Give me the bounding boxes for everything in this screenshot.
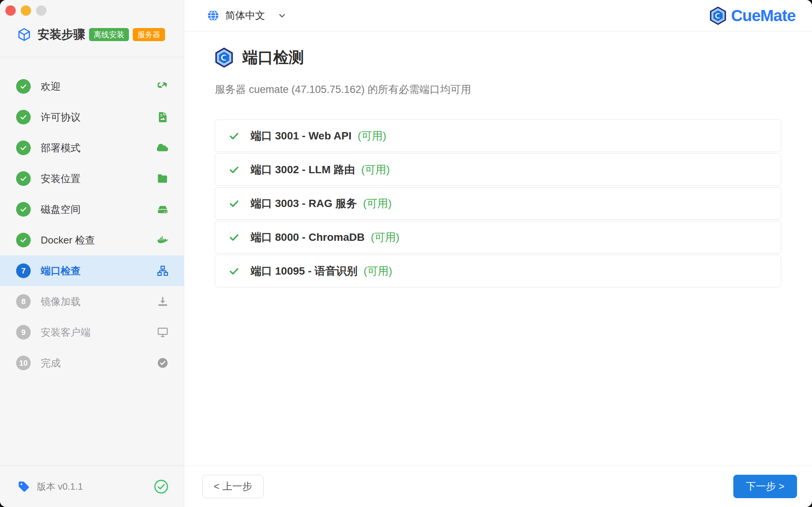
- port-row-3002: 端口 3002 - LLM 路由 (可用): [215, 153, 781, 186]
- cloud-icon: [157, 142, 168, 154]
- sidebar-step-license: 许可协议: [0, 102, 184, 133]
- check-icon: [228, 164, 240, 176]
- cuemate-logo-icon: [710, 6, 726, 25]
- step-number-badge: 10: [16, 356, 31, 370]
- main-footer: < 上一步 下一步 >: [184, 466, 812, 507]
- step-label: 欢迎: [41, 80, 61, 93]
- globe-icon: [207, 10, 219, 22]
- port-status: (可用): [364, 264, 393, 278]
- check-circle-icon: [157, 357, 168, 369]
- sidebar-step-welcome: 欢迎: [0, 71, 184, 102]
- port-row-3001: 端口 3001 - Web API (可用): [215, 119, 781, 152]
- check-icon: [228, 265, 240, 277]
- step-done-check-icon: [16, 233, 31, 247]
- port-status: (可用): [363, 196, 392, 211]
- sidebar-step-docker-check: Docker 检查: [0, 225, 184, 255]
- next-step-button[interactable]: 下一步 >: [733, 475, 797, 498]
- brand-logo: CueMate: [710, 6, 795, 25]
- zoom-button-disabled: [36, 5, 46, 16]
- installer-window: 安装步骤 离线安装 服务器 欢迎 许可协议 部署模式: [0, 0, 812, 507]
- check-icon: [228, 198, 240, 209]
- traffic-lights: [5, 5, 184, 16]
- heading-row: 端口检测: [215, 47, 781, 68]
- main-panel: 简体中文 CueMate 端口检测 服务器 cuemate (47.105.75…: [184, 0, 812, 507]
- port-status: (可用): [361, 162, 390, 177]
- step-label: 部署模式: [41, 141, 81, 155]
- network-icon: [157, 265, 168, 277]
- port-row-3003: 端口 3003 - RAG 服务 (可用): [215, 187, 781, 220]
- language-label: 简体中文: [225, 9, 265, 22]
- check-icon: [228, 130, 240, 142]
- minimize-button[interactable]: [21, 5, 31, 16]
- port-name: 端口 8000 - ChromaDB: [251, 230, 365, 245]
- port-row-10095: 端口 10095 - 语音识别 (可用): [215, 255, 781, 287]
- page-title: 端口检测: [243, 47, 304, 68]
- sidebar-step-install-location: 安装位置: [0, 163, 184, 194]
- offline-install-badge: 离线安装: [89, 28, 129, 41]
- step-done-check-icon: [16, 79, 31, 94]
- chevron-down-icon: [277, 11, 287, 20]
- sidebar-step-disk-space: 磁盘空间: [0, 194, 184, 225]
- step-label: Docker 检查: [41, 234, 95, 247]
- topbar: 简体中文 CueMate: [184, 0, 812, 31]
- step-label: 端口检查: [41, 264, 81, 278]
- package-box-icon: [17, 27, 31, 42]
- download-icon: [157, 296, 168, 307]
- sidebar-header: 安装步骤 离线安装 服务器: [0, 0, 184, 57]
- document-icon: [157, 111, 168, 123]
- port-name: 端口 3003 - RAG 服务: [251, 196, 357, 211]
- handshake-icon: [157, 81, 168, 92]
- version-label: 版本 v0.1.1: [37, 480, 83, 493]
- step-done-check-icon: [16, 171, 31, 186]
- cuemate-logo-icon: [215, 48, 233, 68]
- steps-list: 欢迎 许可协议 部署模式 安装位置 磁盘空间: [0, 57, 184, 466]
- docker-icon: [157, 234, 168, 246]
- badges: 离线安装 服务器: [89, 28, 165, 41]
- harddrive-icon: [157, 204, 168, 215]
- sidebar-step-image-load: 8 镜像加载: [0, 286, 184, 317]
- sidebar-step-deploy-mode: 部署模式: [0, 133, 184, 163]
- sidebar-step-finish: 10 完成: [0, 348, 184, 378]
- content: 端口检测 服务器 cuemate (47.105.75.162) 的所有必需端口…: [184, 31, 812, 466]
- check-icon: [228, 232, 240, 243]
- step-label: 许可协议: [41, 111, 81, 124]
- step-label: 磁盘空间: [41, 203, 81, 216]
- sidebar-footer: 版本 v0.1.1: [0, 466, 184, 507]
- step-label: 镜像加载: [41, 295, 81, 308]
- language-selector[interactable]: 简体中文: [207, 9, 287, 22]
- tag-icon: [18, 480, 30, 493]
- port-row-8000: 端口 8000 - ChromaDB (可用): [215, 221, 781, 254]
- step-number-badge: 8: [16, 294, 31, 309]
- close-button[interactable]: [5, 5, 16, 16]
- step-done-check-icon: [16, 110, 31, 124]
- port-list: 端口 3001 - Web API (可用) 端口 3002 - LLM 路由 …: [215, 119, 781, 287]
- port-name: 端口 3002 - LLM 路由: [251, 162, 355, 177]
- port-name: 端口 3001 - Web API: [251, 129, 352, 143]
- step-done-check-icon: [16, 141, 31, 155]
- sidebar-step-install-client: 9 安装客户端: [0, 317, 184, 348]
- sidebar-title-row: 安装步骤 离线安装 服务器: [5, 27, 184, 43]
- step-label: 完成: [41, 356, 61, 370]
- server-badge: 服务器: [133, 28, 165, 41]
- step-done-check-icon: [16, 202, 31, 217]
- brand-name: CueMate: [731, 7, 795, 25]
- sidebar: 安装步骤 离线安装 服务器 欢迎 许可协议 部署模式: [0, 0, 184, 507]
- step-number-badge: 9: [16, 325, 31, 340]
- port-name: 端口 10095 - 语音识别: [251, 264, 358, 278]
- previous-step-button[interactable]: < 上一步: [202, 475, 264, 498]
- port-status: (可用): [371, 230, 399, 245]
- port-status: (可用): [358, 129, 386, 143]
- step-label: 安装位置: [41, 172, 81, 186]
- monitor-icon: [157, 326, 168, 338]
- sidebar-title: 安装步骤: [38, 27, 85, 43]
- version-ok-icon: [154, 479, 168, 494]
- step-number-badge: 7: [16, 263, 31, 278]
- sidebar-step-port-check-active: 7 端口检查: [0, 255, 184, 286]
- subtitle: 服务器 cuemate (47.105.75.162) 的所有必需端口均可用: [215, 83, 781, 96]
- folder-icon: [157, 173, 168, 184]
- step-label: 安装客户端: [41, 326, 91, 339]
